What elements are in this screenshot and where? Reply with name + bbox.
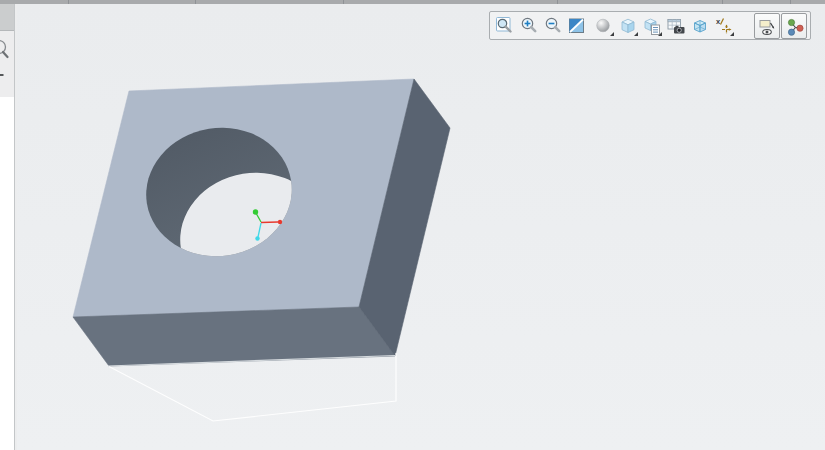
- toggle-button-group: [753, 13, 807, 39]
- repaint-icon: [567, 16, 587, 36]
- model-canvas[interactable]: [0, 0, 825, 450]
- saved-views-button[interactable]: [640, 13, 663, 38]
- perspective-icon: [690, 16, 710, 36]
- app-window: { "top_strip": { "color": "#a8aaac", "ti…: [0, 0, 825, 450]
- repaint-button[interactable]: [565, 13, 588, 38]
- svg-text:x: x: [716, 17, 721, 26]
- spin-center-toggle[interactable]: [781, 13, 807, 39]
- annotation-display-icon: [757, 16, 777, 36]
- dropdown-caret: [658, 32, 662, 36]
- spin-center-icon: [784, 16, 804, 36]
- zoom-in-button[interactable]: [517, 13, 540, 38]
- display-style-button[interactable]: [616, 13, 639, 38]
- graphics-toolbar: x: [489, 11, 811, 40]
- annotation-display-toggle[interactable]: [754, 13, 780, 39]
- refit-icon: [495, 16, 515, 36]
- dropdown-caret: [610, 32, 614, 36]
- perspective-button[interactable]: [688, 13, 711, 38]
- view-manager-button[interactable]: [664, 13, 687, 38]
- spin-center-green-dot: [253, 209, 258, 214]
- view-manager-icon: [666, 16, 686, 36]
- refit-button[interactable]: [493, 13, 516, 38]
- spin-center-red-axis: [261, 222, 278, 223]
- zoom-out-button[interactable]: [541, 13, 564, 38]
- dropdown-caret: [730, 32, 734, 36]
- spin-center-red-dot: [278, 220, 282, 224]
- spin-center-cyan-dot: [255, 236, 259, 240]
- zoom-in-icon: [519, 16, 539, 36]
- zoom-out-icon: [543, 16, 563, 36]
- shading-style-button[interactable]: [592, 13, 615, 38]
- datum-display-button[interactable]: x: [712, 13, 735, 38]
- dropdown-caret: [634, 32, 638, 36]
